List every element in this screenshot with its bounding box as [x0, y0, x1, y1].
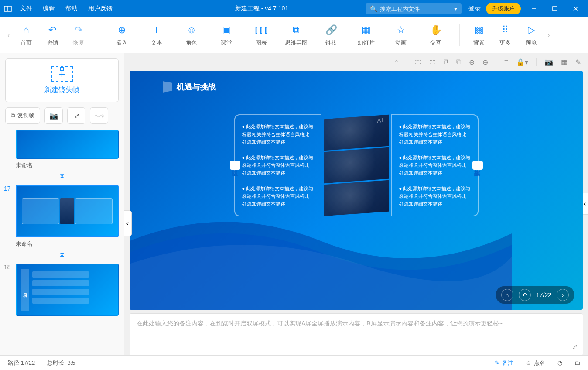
status-notes-button[interactable]: ✎备注	[495, 359, 513, 367]
tool-label: 课堂	[221, 39, 232, 47]
menu-edit[interactable]: 编辑	[43, 5, 55, 13]
bullet-text[interactable]: 此处添加详细文本描述，建议与标题相关并符合整体语言风格此处添加详细文本描述	[242, 154, 314, 177]
tool-label: 插入	[116, 39, 127, 47]
folder-icon: 🗀	[574, 360, 580, 366]
search-input[interactable]	[380, 6, 451, 12]
status-path: 路径 17/22	[8, 359, 35, 367]
tool-预览[interactable]: ▷预览	[518, 24, 544, 47]
tool-幻灯片[interactable]: ▦幻灯片	[349, 24, 383, 47]
tool-label: 背景	[473, 39, 485, 47]
status-roll-button[interactable]: ☺点名	[526, 359, 545, 367]
tool-label: 图表	[256, 39, 267, 47]
tool-label: 撤销	[47, 39, 58, 47]
slide-canvas[interactable]: 机遇与挑战 机遇 此处添加详细文本描述，建议与标题相关并符合整体语言风格此处添加…	[130, 71, 583, 310]
left-tab: 机遇	[230, 161, 240, 170]
canvas-area: 17 ‹ ‹ ⌂ ⬚ ⬚ ⧉ ⧉ ⊕ ⊖ ≡ 🔒▾ 📷 ▦ ✎	[124, 53, 588, 355]
menu-help[interactable]: 帮助	[65, 5, 78, 13]
tool-首页[interactable]: ⌂首页	[13, 24, 39, 47]
slide-title-text: 机遇与挑战	[177, 82, 216, 92]
bullet-text[interactable]: 此处添加详细文本描述，建议与标题相关并符合整体语言风格此处添加详细文本描述	[242, 123, 314, 146]
bullet-text[interactable]: 此处添加详细文本描述，建议与标题相关并符合整体语言风格此处添加详细文本描述	[399, 185, 471, 208]
left-text-panel[interactable]: 机遇 此处添加详细文本描述，建议与标题相关并符合整体语言风格此处添加详细文本描述…	[234, 114, 321, 216]
tool-思维导图[interactable]: ⧉思维导图	[279, 24, 314, 47]
close-button[interactable]	[568, 0, 584, 17]
status-folder-button[interactable]: 🗀	[574, 360, 580, 366]
tool-icon: ✋	[430, 24, 442, 36]
maximize-button[interactable]	[547, 0, 563, 17]
status-timer-button[interactable]: ◔	[557, 360, 562, 366]
tool-label: 动画	[395, 39, 407, 47]
chevron-down-icon[interactable]: ▾	[454, 5, 457, 12]
minimize-button[interactable]	[526, 0, 542, 17]
notes-area: ⤢	[130, 313, 583, 355]
zoom-in-icon[interactable]: ⊕	[469, 58, 475, 66]
menu-file[interactable]: 文件	[20, 5, 32, 13]
grid-icon[interactable]: ▦	[561, 58, 567, 66]
content-row: 机遇 此处添加详细文本描述，建议与标题相关并符合整体语言风格此处添加详细文本描述…	[234, 114, 479, 216]
toolbar-scroll-right[interactable]: ›	[544, 31, 553, 39]
login-link[interactable]: 登录	[468, 5, 481, 13]
tool-文本[interactable]: T文本	[139, 24, 174, 47]
nav-home-icon[interactable]: ⌂	[501, 289, 513, 301]
tool-交互[interactable]: ✋交互	[418, 24, 453, 47]
right-text-panel[interactable]: 挑战 此处添加详细文本描述，建议与标题相关并符合整体语言风格此处添加详细文本描述…	[391, 114, 479, 216]
edit-icon[interactable]: ✎	[575, 58, 581, 66]
snapshot-icon[interactable]: 📷	[544, 58, 553, 66]
bullet-text[interactable]: 此处添加详细文本描述，建议与标题相关并符合整体语言风格此处添加详细文本描述	[242, 185, 314, 208]
camera-button[interactable]: 📷	[44, 107, 63, 124]
toolbar-scroll-left[interactable]: ‹	[4, 31, 13, 39]
notes-input[interactable]	[130, 314, 583, 355]
tool-插入[interactable]: ⊕插入	[104, 24, 139, 47]
expand-notes-icon[interactable]: ⤢	[572, 343, 578, 351]
window-title: 新建工程 - v4.7.101	[113, 5, 359, 13]
tool-恢复[interactable]: ↷恢复	[65, 24, 92, 47]
tool-链接[interactable]: 🔗链接	[314, 24, 349, 47]
layer-up-icon[interactable]: ⬚	[415, 58, 421, 66]
align-icon[interactable]: ≡	[504, 58, 508, 66]
tool-更多[interactable]: ⠿更多	[492, 24, 518, 47]
copy-icon[interactable]: ⧉	[444, 58, 448, 66]
tool-icon: ↷	[75, 24, 82, 36]
ai-label: AI	[377, 117, 384, 124]
nav-next-icon[interactable]: ›	[557, 289, 569, 301]
expand-button[interactable]: ⤢	[67, 107, 85, 124]
upgrade-button[interactable]: 升级账户	[486, 3, 521, 14]
menu-feedback[interactable]: 用户反馈	[88, 5, 113, 13]
path-icon: ⟿	[94, 112, 104, 120]
tool-撤销[interactable]: ↶撤销	[39, 24, 65, 47]
home-icon[interactable]: ⌂	[394, 58, 399, 66]
app-logo-icon	[0, 5, 16, 13]
slide-title[interactable]: 机遇与挑战	[163, 81, 216, 92]
main-menu: 文件 编辑 帮助 用户反馈	[16, 5, 113, 13]
slide-thumb-18[interactable]: 目录	[16, 264, 119, 316]
copy-frame-button[interactable]: ⧉复制帧	[5, 107, 40, 124]
bullet-text[interactable]: 此处添加详细文本描述，建议与标题相关并符合整体语言风格此处添加详细文本描述	[399, 154, 471, 177]
statusbar: 路径 17/22 总时长: 3:5 ✎备注 ☺点名 ◔ 🗀	[0, 355, 588, 370]
nav-prev-icon[interactable]: ↶	[519, 289, 531, 301]
tool-动画[interactable]: ☆动画	[383, 24, 418, 47]
toolbar-separator	[459, 24, 460, 46]
tool-课堂[interactable]: ▣课堂	[209, 24, 244, 47]
zoom-out-icon[interactable]: ⊖	[482, 58, 488, 66]
svg-rect-3	[553, 7, 557, 11]
tool-角色[interactable]: ☺角色	[174, 24, 209, 47]
toolbar-separator	[98, 24, 98, 46]
path-button[interactable]: ⟿	[90, 107, 108, 124]
canvas-main[interactable]: 机遇与挑战 机遇 此处添加详细文本描述，建议与标题相关并符合整体语言风格此处添加…	[124, 71, 588, 313]
search-box[interactable]: 🔍 ▾	[366, 3, 462, 14]
center-image[interactable]: AI	[321, 114, 391, 216]
slide-thumb-17[interactable]	[16, 185, 119, 237]
hourglass-icon: ⧗	[5, 250, 119, 258]
tool-背景[interactable]: ▩背景	[466, 24, 492, 47]
layer-down-icon[interactable]: ⬚	[429, 58, 436, 66]
lock-icon[interactable]: 🔒▾	[516, 58, 528, 66]
tool-图表[interactable]: ⫿⫿⫿图表	[244, 24, 279, 47]
sidebar-collapse-handle[interactable]: ‹	[124, 210, 132, 236]
search-icon: 🔍	[370, 5, 377, 12]
tool-label: 交互	[430, 39, 441, 47]
new-frame-button[interactable]: + 新建镜头帧	[5, 58, 119, 102]
slide-thumb-prev[interactable]	[16, 130, 119, 159]
bullet-text[interactable]: 此处添加详细文本描述，建议与标题相关并符合整体语言风格此处添加详细文本描述	[399, 123, 471, 146]
hourglass-icon: ⧗	[5, 172, 119, 180]
paste-icon[interactable]: ⧉	[456, 58, 461, 66]
